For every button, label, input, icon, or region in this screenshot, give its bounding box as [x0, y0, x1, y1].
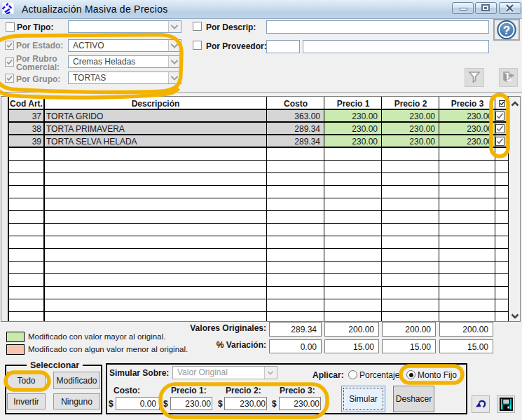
svg-text:?: ? — [503, 24, 510, 37]
